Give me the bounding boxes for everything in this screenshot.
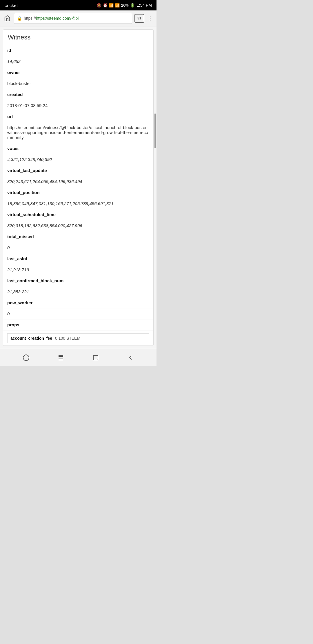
table-row: 320,318,162,632,638,854,020,427,906: [3, 220, 153, 231]
witness-card: Witness id 14,652 owner block-buster cre…: [3, 29, 154, 346]
field-key-pow-worker: pow_worker: [3, 297, 153, 308]
tab-count-button[interactable]: 31: [134, 14, 144, 23]
field-key-votes: votes: [3, 143, 153, 154]
field-key-url: url: [3, 111, 153, 122]
table-row: https://steemit.com/witness/@block-buste…: [3, 122, 153, 143]
table-row: 4,321,122,348,740,392: [3, 154, 153, 165]
table-row: virtual_scheduled_time: [3, 209, 153, 220]
nav-back-button[interactable]: [123, 350, 138, 365]
carrier-label: cricket: [5, 3, 18, 8]
field-key-id: id: [3, 45, 153, 56]
field-key-virtual-scheduled-time: virtual_scheduled_time: [3, 209, 153, 220]
battery-icon: 🔋: [130, 3, 135, 8]
field-key-virtual-last-update: virtual_last_update: [3, 165, 153, 176]
table-row: votes: [3, 143, 153, 154]
field-key-props: props: [3, 319, 153, 330]
alarm-icon: ⏰: [103, 3, 108, 8]
field-key-owner: owner: [3, 67, 153, 78]
field-key-virtual-position: virtual_position: [3, 187, 153, 198]
field-value-virtual-last-update: 320,243,671,264,055,484,196,936,494: [3, 176, 153, 187]
table-row: last_confirmed_block_num: [3, 275, 153, 286]
field-value-last-aslot: 21,918,719: [3, 264, 153, 275]
mute-icon: 🔕: [97, 3, 101, 8]
table-row: 14,652: [3, 56, 153, 67]
witness-title: Witness: [3, 30, 153, 45]
field-key-last-aslot: last_aslot: [3, 253, 153, 264]
lock-icon: 🔒: [17, 16, 22, 21]
field-value-virtual-position: 18,396,049,347,081,130,166,271,205,789,4…: [3, 198, 153, 209]
field-value-id: 14,652: [3, 56, 153, 67]
table-row: account_creation_fee 0.100 STEEM: [3, 330, 153, 346]
svg-rect-5: [93, 355, 98, 360]
status-bar: cricket 🔕 ⏰ 📶 📶 26% 🔋 1:54 PM: [0, 0, 156, 10]
signal-icon: 📶: [115, 3, 120, 8]
table-row: last_aslot: [3, 253, 153, 264]
table-row: pow_worker: [3, 297, 153, 308]
table-row: 0: [3, 308, 153, 319]
prop-val-account-creation-fee: 0.100 STEEM: [55, 336, 80, 341]
browser-menu-button[interactable]: ⋮: [147, 15, 154, 22]
field-value-owner: block-buster: [3, 78, 153, 89]
time-display: 1:54 PM: [137, 3, 152, 8]
table-row: 21,918,719: [3, 264, 153, 275]
table-row: 21,853,221: [3, 286, 153, 297]
table-row: 0: [3, 242, 153, 253]
field-value-last-confirmed-block-num: 21,853,221: [3, 286, 153, 297]
page-content: Witness id 14,652 owner block-buster cre…: [0, 26, 156, 349]
battery-percent: 26%: [121, 3, 129, 8]
svg-point-0: [23, 355, 29, 361]
table-row: url: [3, 111, 153, 122]
field-value-pow-worker: 0: [3, 308, 153, 319]
field-value-votes: 4,321,122,348,740,392: [3, 154, 153, 165]
nav-circle-button[interactable]: [19, 350, 33, 365]
nav-square-button[interactable]: [88, 350, 103, 365]
field-value-total-missed: 0: [3, 242, 153, 253]
nav-tabs-button[interactable]: [54, 350, 68, 365]
scroll-indicator[interactable]: [154, 113, 156, 148]
address-bar[interactable]: 🔒 https://https://steemd.com/@bl: [14, 13, 132, 24]
wifi-icon: 📶: [109, 3, 114, 8]
table-row: block-buster: [3, 78, 153, 89]
table-row: created: [3, 89, 153, 100]
nav-bar: [0, 349, 156, 366]
field-value-virtual-scheduled-time: 320,318,162,632,638,854,020,427,906: [3, 220, 153, 231]
field-value-url: https://steemit.com/witness/@block-buste…: [3, 122, 153, 143]
table-row: virtual_position: [3, 187, 153, 198]
table-row: id: [3, 45, 153, 56]
table-row: 320,243,671,264,055,484,196,936,494: [3, 176, 153, 187]
browser-toolbar: 🔒 https://https://steemd.com/@bl 31 ⋮: [0, 10, 156, 26]
field-key-total-missed: total_missed: [3, 231, 153, 242]
status-icons: 🔕 ⏰ 📶 📶 26% 🔋 1:54 PM: [97, 3, 152, 8]
field-key-created: created: [3, 89, 153, 100]
url-display: https://https://steemd.com/@bl: [24, 16, 129, 21]
table-row: 18,396,049,347,081,130,166,271,205,789,4…: [3, 198, 153, 209]
table-row: props: [3, 319, 153, 330]
field-value-created: 2018-01-07 08:59:24: [3, 100, 153, 111]
table-row: owner: [3, 67, 153, 78]
props-nested-row: account_creation_fee 0.100 STEEM: [7, 333, 149, 343]
table-row: virtual_last_update: [3, 165, 153, 176]
table-row: total_missed: [3, 231, 153, 242]
field-key-last-confirmed-block-num: last_confirmed_block_num: [3, 275, 153, 286]
witness-table: id 14,652 owner block-buster created 201…: [3, 45, 153, 345]
home-button[interactable]: [3, 14, 12, 23]
prop-key-account-creation-fee: account_creation_fee: [10, 336, 52, 341]
table-row: 2018-01-07 08:59:24: [3, 100, 153, 111]
